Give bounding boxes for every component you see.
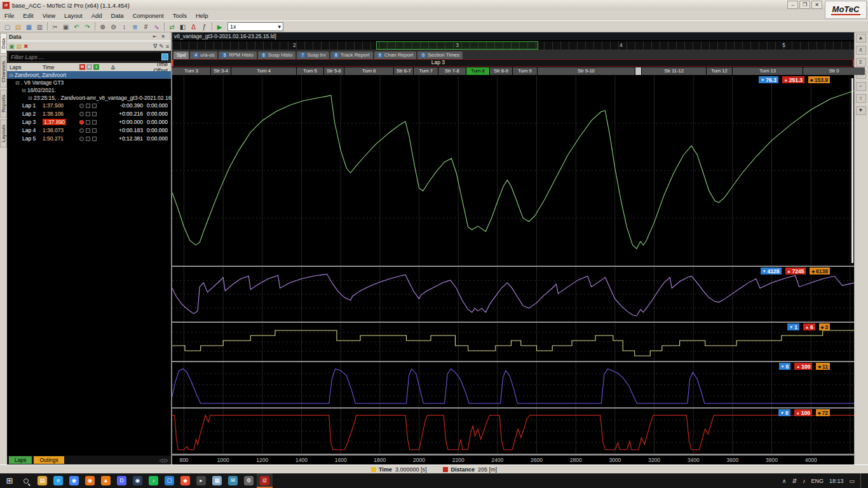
data-panel-tab-outings[interactable]: Outings	[34, 456, 64, 464]
edit-filter-icon[interactable]: ✎	[159, 42, 164, 51]
rpm-panel[interactable]: ▼4128▲7245◆6138	[172, 267, 854, 323]
chrome-icon[interactable]: ◉	[66, 473, 82, 488]
tree-venue[interactable]: Zandvoort, Zandvoort	[7, 71, 171, 79]
worksheet-tab-section-times[interactable]: 0Section Times	[417, 51, 463, 59]
undo-icon[interactable]: ↶	[71, 22, 82, 32]
discord-icon[interactable]: D	[114, 473, 130, 488]
speed-scrollbar[interactable]	[851, 78, 853, 263]
lap-row[interactable]: Lap 21:38.106+0:00.2160:00.000	[7, 110, 171, 118]
data-panel-tab-laps[interactable]: Laps	[9, 456, 32, 464]
redo-icon[interactable]: ↷	[82, 22, 93, 32]
section-turn-9[interactable]: Turn 9	[513, 67, 538, 75]
language-indicator[interactable]: ENG	[811, 478, 824, 484]
vertical-cursor-icon[interactable]: ↕	[119, 22, 130, 32]
gear-panel[interactable]: ▼1▲6◆3	[172, 323, 854, 362]
minimize-button[interactable]: –	[787, 1, 798, 9]
ruler-selection[interactable]	[376, 41, 538, 50]
delta-icon[interactable]: δ	[856, 46, 866, 55]
tray-chevron-icon[interactable]: ∧	[782, 478, 787, 484]
section-turn-8[interactable]: Turn 8	[466, 67, 489, 75]
network-icon[interactable]: ⇵	[792, 478, 797, 484]
section-turn-6[interactable]: Turn 6	[344, 67, 393, 75]
lap-row[interactable]: Lap 51:50.271+0:12.3810:00.000	[7, 135, 171, 143]
lap-radio[interactable]	[79, 137, 84, 141]
section-str-9-10[interactable]: Str 9-10	[538, 67, 634, 75]
lap-checkbox-1[interactable]	[86, 120, 90, 125]
steam-icon[interactable]: ◉	[130, 473, 146, 488]
section-str-5-6[interactable]: Str 5-6	[324, 67, 344, 75]
open-file-icon[interactable]: ▤	[13, 22, 24, 32]
new-file-icon[interactable]: ▢	[2, 22, 13, 32]
lap-radio[interactable]	[79, 112, 84, 116]
worksheet-tab-u-a-os[interactable]: 4u/a-os	[190, 51, 217, 59]
section-gap[interactable]	[635, 67, 642, 75]
notification-icon[interactable]: ▭	[849, 478, 855, 484]
firefox-icon[interactable]: ◉	[82, 473, 98, 488]
maths-icon[interactable]: ƒ	[199, 22, 210, 32]
terminal-icon[interactable]: ▸	[193, 473, 209, 488]
vscode-icon[interactable]: ▢	[161, 473, 177, 488]
tab-scroll-arrows[interactable]: ◁ ▷	[159, 458, 171, 463]
section-turn-4[interactable]: Turn 4	[231, 67, 296, 75]
motec-i2-icon[interactable]: i2	[257, 473, 273, 488]
lap-checkbox-2[interactable]	[92, 104, 97, 108]
tree-session[interactable]: 23:25:15, . Zandvoort-amr_v8_vantage_gt3…	[7, 94, 171, 102]
section-str-0[interactable]: Str 0	[803, 67, 865, 75]
add-data-icon[interactable]: ▣	[9, 42, 15, 51]
lap-checkbox-1[interactable]	[86, 112, 90, 116]
section-str-8-9[interactable]: Str 8-9	[490, 67, 512, 75]
throttle-panel[interactable]: ▼0▲100◆72	[172, 409, 854, 455]
sidebar-tab-data[interactable]: Data	[0, 33, 7, 54]
reference-lap-icon[interactable]: ◧	[177, 22, 188, 32]
menu-item-edit[interactable]: Edit	[18, 12, 37, 19]
sigma-icon[interactable]: Σ	[856, 58, 866, 67]
sidebar-tab-layouts[interactable]: Layouts	[0, 119, 7, 147]
edge-icon[interactable]: e	[50, 473, 66, 488]
section-str-7-8[interactable]: Str 7-8	[438, 67, 466, 75]
settings-icon[interactable]: ⚙	[241, 473, 257, 488]
lap-checkbox-2[interactable]	[92, 112, 97, 116]
spotify-icon[interactable]: ♪	[146, 473, 161, 488]
pan-icon[interactable]: ↕	[856, 94, 866, 103]
maximize-button[interactable]: ❐	[799, 1, 810, 9]
worksheet-tab-rpm-histo[interactable]: 5RPM Histo	[219, 51, 256, 59]
lap-row[interactable]: Lap 11:37.500-0:00.3900:00.000	[7, 102, 171, 110]
menu-item-add[interactable]: Add	[87, 12, 107, 19]
lap-checkbox-1[interactable]	[86, 104, 90, 108]
worksheet-tab-track-report[interactable]: 8Track Report	[330, 51, 373, 59]
swap-lap-icon[interactable]: ⇄	[166, 22, 177, 32]
filter-clear-icon[interactable]	[161, 53, 168, 60]
section-turn-7[interactable]: Turn 7	[414, 67, 438, 75]
open-folder-icon[interactable]: ▤	[17, 42, 22, 51]
save-icon[interactable]: ▦	[24, 22, 34, 32]
play-icon[interactable]: ▶	[214, 22, 225, 32]
scroll-up-icon[interactable]: ▲	[856, 34, 866, 43]
variance-icon[interactable]: Δ	[188, 22, 199, 32]
time-distance-icon[interactable]: ∿	[151, 22, 162, 32]
menu-item-view[interactable]: View	[38, 12, 60, 19]
lap-checkbox-1[interactable]	[86, 137, 90, 141]
notepad-icon[interactable]: ▦	[209, 473, 225, 488]
section-turn-13[interactable]: Turn 13	[733, 67, 803, 75]
lap-checkbox-2[interactable]	[92, 128, 97, 133]
menu-item-tools[interactable]: Tools	[168, 12, 191, 19]
worksheet-tab-susp-trv[interactable]: 7Susp trv	[297, 51, 329, 59]
section-turn-5[interactable]: Turn 5	[297, 67, 323, 75]
brake-panel[interactable]: ▼0▲100◆11	[172, 362, 854, 409]
start-button[interactable]: ⊞	[1, 476, 18, 485]
zoom-out-icon[interactable]: ⊖	[108, 22, 119, 32]
remove-data-icon[interactable]: ✖	[24, 42, 29, 51]
tree-date[interactable]: 16/02/2021.	[7, 86, 171, 94]
cut-icon[interactable]: ✂	[50, 22, 60, 32]
speed-panel[interactable]: ▼76.3▲251.3◆153.9	[172, 76, 854, 267]
section-str-6-7[interactable]: Str 6-7	[394, 67, 413, 75]
volume-icon[interactable]: ♪	[803, 478, 806, 484]
show-desktop-button[interactable]	[860, 473, 863, 488]
lap-row[interactable]: Lap 41:38.073+0:00.1830:00.000	[7, 126, 171, 135]
sidebar-tab-channels[interactable]: Channels	[0, 56, 7, 88]
tree-vehicle[interactable]: . V8 Vantage GT3	[7, 79, 171, 86]
zoom-level-select[interactable]: 1x▾	[227, 22, 283, 31]
worksheet-tab-chan-report[interactable]: 9Chan Report	[374, 51, 416, 59]
zoom-in-icon[interactable]: ⊕	[97, 22, 108, 32]
lap-row[interactable]: Lap 31:37.890+0:00.0000:00.000	[7, 118, 171, 126]
